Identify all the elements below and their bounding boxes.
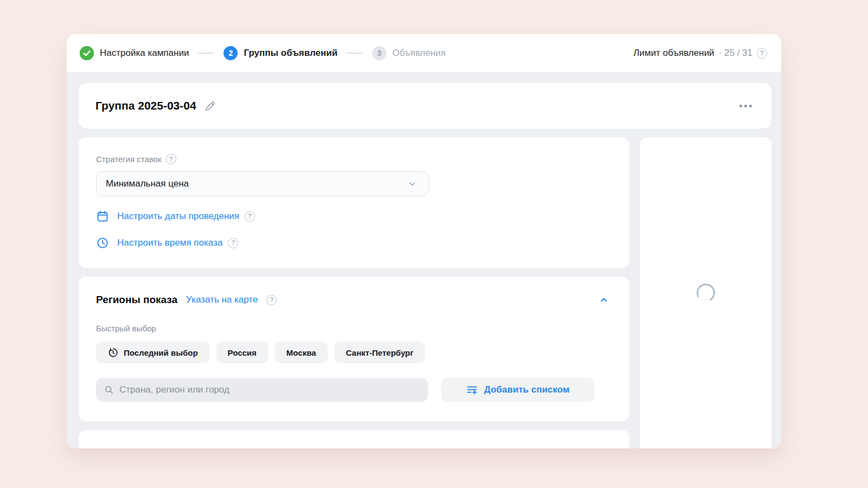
step-number-badge: 2	[224, 46, 238, 60]
region-search-box	[96, 378, 428, 402]
help-icon[interactable]: ?	[245, 211, 255, 222]
ads-limit: Лимит объявлений · 25 / 31 ?	[633, 48, 767, 59]
two-column-layout: Стратегия ставок ? Минимальная цена	[79, 137, 771, 448]
step-number-badge: 3	[372, 46, 386, 60]
step-connector	[347, 53, 363, 54]
add-by-list-button[interactable]: Добавить списком	[441, 378, 595, 402]
chip-label: Санкт-Петербург	[346, 348, 414, 357]
strategy-label-row: Стратегия ставок ?	[96, 154, 612, 164]
pick-on-map-link[interactable]: Указать на карте	[186, 294, 258, 305]
ads-limit-value: · 25 / 31	[719, 48, 752, 59]
content-area: Группа 2025-03-04 Стратегия ставок ?	[67, 72, 781, 448]
chip-label: Москва	[286, 348, 316, 357]
help-icon[interactable]: ?	[757, 48, 767, 59]
region-search-input[interactable]	[119, 384, 420, 395]
check-circle-icon	[80, 46, 94, 60]
region-search-row: Добавить списком	[96, 378, 612, 402]
edit-pencil-icon[interactable]	[204, 100, 216, 112]
wizard-stepper: Настройка кампании 2 Группы объявлений 3…	[80, 46, 446, 60]
group-more-menu-icon[interactable]	[736, 101, 755, 111]
step-label: Настройка кампании	[100, 48, 189, 59]
set-time-row: Настроить время показа ?	[96, 236, 612, 249]
add-by-list-label: Добавить списком	[484, 384, 570, 395]
chip-saint-petersburg[interactable]: Санкт-Петербург	[335, 342, 425, 363]
step-label: Объявления	[392, 48, 445, 59]
group-title: Группа 2025-03-04	[95, 99, 196, 112]
history-icon	[107, 347, 119, 358]
chip-label: Последний выбор	[124, 348, 198, 357]
chevron-up-icon[interactable]	[596, 292, 612, 308]
step-label: Группы объявлений	[244, 48, 337, 59]
next-section-card-peek	[79, 430, 629, 448]
help-icon[interactable]: ?	[166, 154, 176, 164]
set-dates-row: Настроить даты проведения ?	[96, 210, 612, 223]
quick-select-label: Быстрый выбор	[96, 324, 612, 333]
set-dates-link[interactable]: Настроить даты проведения	[117, 211, 239, 222]
regions-header: Регионы показа Указать на карте ?	[96, 292, 612, 308]
bid-strategy-select[interactable]: Минимальная цена	[96, 171, 429, 196]
strategy-card: Стратегия ставок ? Минимальная цена	[79, 137, 629, 268]
loading-spinner-icon	[694, 281, 717, 304]
chevron-down-icon	[407, 178, 418, 189]
help-icon[interactable]: ?	[266, 295, 277, 305]
step-campaign-settings[interactable]: Настройка кампании	[80, 46, 189, 60]
preview-panel	[640, 137, 771, 448]
step-ad-groups[interactable]: 2 Группы объявлений	[224, 46, 337, 60]
step-ads[interactable]: 3 Объявления	[372, 46, 445, 60]
chip-label: Россия	[228, 348, 257, 357]
wizard-topbar: Настройка кампании 2 Группы объявлений 3…	[67, 34, 781, 72]
help-icon[interactable]: ?	[228, 238, 238, 248]
campaign-editor-window: Настройка кампании 2 Группы объявлений 3…	[67, 34, 781, 448]
regions-title: Регионы показа	[96, 294, 177, 306]
strategy-label: Стратегия ставок	[96, 155, 162, 164]
quick-select-chips: Последний выбор Россия Москва Санкт-Пете…	[96, 342, 612, 363]
chip-moscow[interactable]: Москва	[275, 342, 328, 363]
chip-russia[interactable]: Россия	[216, 342, 268, 363]
ads-limit-label: Лимит объявлений	[633, 48, 714, 59]
regions-card: Регионы показа Указать на карте ? Быстры…	[79, 277, 629, 421]
search-icon	[104, 384, 114, 395]
main-column: Стратегия ставок ? Минимальная цена	[79, 137, 629, 448]
bid-strategy-value: Минимальная цена	[106, 178, 189, 189]
chip-last-selection[interactable]: Последний выбор	[96, 342, 209, 363]
clock-icon	[96, 236, 109, 249]
step-connector	[198, 53, 214, 54]
calendar-icon	[96, 210, 109, 223]
list-plus-icon	[466, 384, 478, 396]
set-time-link[interactable]: Настроить время показа	[117, 237, 222, 248]
group-header-card: Группа 2025-03-04	[79, 83, 771, 129]
